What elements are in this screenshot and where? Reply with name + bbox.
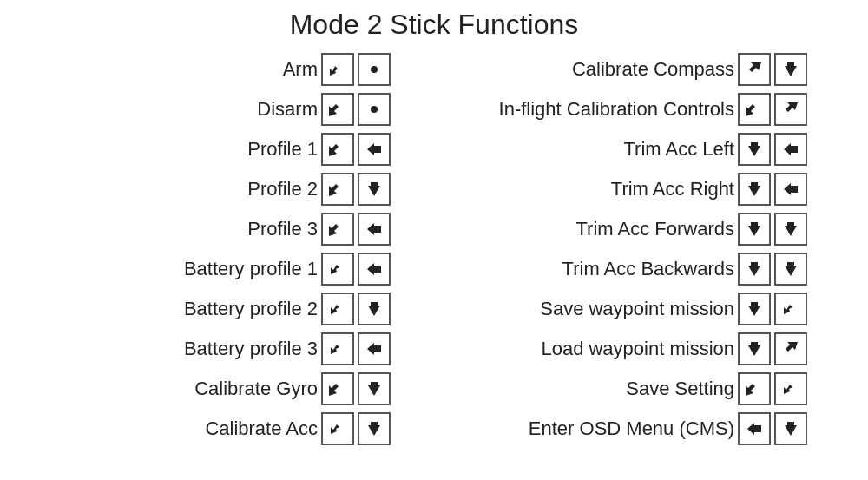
function-row: Trim Acc Left: [623, 131, 807, 168]
function-label: In-flight Calibration Controls: [499, 98, 734, 121]
stick-indicator: [774, 213, 807, 246]
function-row: Battery profile 1: [184, 251, 391, 287]
function-label: Trim Acc Backwards: [562, 258, 734, 280]
stick-indicator: [358, 53, 391, 86]
stick-indicator: [358, 372, 391, 405]
stick-indicator: [321, 412, 354, 445]
stick-indicator: [774, 372, 807, 405]
stick-indicator: [358, 293, 391, 325]
function-row: Calibrate Acc: [205, 411, 391, 447]
dot-indicator: [371, 66, 378, 73]
function-label: Profile 1: [247, 138, 318, 161]
function-label: Calibrate Gyro: [194, 378, 318, 400]
main-content: ArmDisarmProfile 1Profile 2Profile 3Batt…: [0, 51, 868, 447]
function-row: Calibrate Gyro: [194, 371, 391, 407]
function-row: Arm: [283, 51, 391, 88]
stick-indicator: [358, 93, 391, 126]
function-row: Trim Acc Right: [611, 171, 807, 207]
stick-indicator: [358, 253, 391, 286]
stick-indicator: [358, 412, 391, 445]
function-label: Trim Acc Left: [623, 138, 734, 161]
stick-indicator: [738, 133, 771, 166]
stick-indicator: [321, 253, 354, 286]
function-label: Profile 3: [247, 218, 318, 240]
stick-indicator: [774, 253, 807, 286]
stick-indicator: [321, 173, 354, 206]
stick-indicator: [774, 53, 807, 86]
function-row: Calibrate Compass: [572, 51, 807, 88]
function-row: Save Setting: [626, 371, 807, 407]
stick-indicator: [774, 133, 807, 166]
function-row: Save waypoint mission: [540, 291, 807, 327]
stick-indicator: [738, 213, 771, 246]
stick-indicator: [321, 372, 354, 405]
stick-indicator: [738, 372, 771, 405]
function-label: Trim Acc Forwards: [575, 218, 734, 240]
stick-indicator: [358, 173, 391, 206]
function-label: Battery profile 2: [184, 298, 318, 320]
function-row: Profile 1: [247, 131, 391, 168]
function-label: Arm: [283, 58, 318, 81]
right-column: Calibrate CompassIn-flight Calibration C…: [408, 51, 807, 447]
function-row: Trim Acc Backwards: [562, 251, 807, 287]
stick-indicator: [738, 253, 771, 286]
function-label: Disarm: [257, 98, 318, 121]
function-label: Enter OSD Menu (CMS): [529, 418, 734, 440]
function-label: Battery profile 1: [184, 258, 318, 280]
function-label: Calibrate Compass: [572, 58, 734, 81]
stick-indicator: [358, 133, 391, 166]
function-row: Trim Acc Forwards: [575, 211, 807, 247]
function-row: Profile 2: [247, 171, 391, 207]
stick-indicator: [321, 293, 354, 325]
stick-indicator: [738, 332, 771, 365]
stick-indicator: [774, 412, 807, 445]
function-label: Save waypoint mission: [540, 298, 734, 320]
stick-indicator: [738, 412, 771, 445]
stick-indicator: [738, 293, 771, 325]
stick-indicator: [738, 53, 771, 86]
dot-indicator: [371, 106, 378, 113]
stick-indicator: [321, 213, 354, 246]
stick-indicator: [774, 332, 807, 365]
stick-indicator: [321, 93, 354, 126]
stick-indicator: [321, 53, 354, 86]
function-row: Profile 3: [247, 211, 391, 247]
stick-indicator: [774, 93, 807, 126]
function-label: Profile 2: [247, 178, 318, 201]
function-label: Battery profile 3: [184, 338, 318, 360]
stick-indicator: [358, 213, 391, 246]
function-row: In-flight Calibration Controls: [499, 91, 807, 128]
function-row: Load waypoint mission: [541, 331, 807, 367]
left-column: ArmDisarmProfile 1Profile 2Profile 3Batt…: [61, 51, 391, 447]
stick-indicator: [774, 173, 807, 206]
function-label: Load waypoint mission: [541, 338, 734, 360]
function-row: Disarm: [257, 91, 391, 128]
function-row: Enter OSD Menu (CMS): [529, 411, 807, 447]
stick-indicator: [774, 293, 807, 325]
function-label: Calibrate Acc: [205, 418, 318, 440]
stick-indicator: [738, 173, 771, 206]
stick-indicator: [321, 332, 354, 365]
function-label: Save Setting: [626, 378, 734, 400]
function-row: Battery profile 2: [184, 291, 391, 327]
stick-indicator: [358, 332, 391, 365]
stick-indicator: [738, 93, 771, 126]
page-title: Mode 2 Stick Functions: [290, 9, 579, 41]
stick-indicator: [321, 133, 354, 166]
function-label: Trim Acc Right: [611, 178, 734, 201]
function-row: Battery profile 3: [184, 331, 391, 367]
